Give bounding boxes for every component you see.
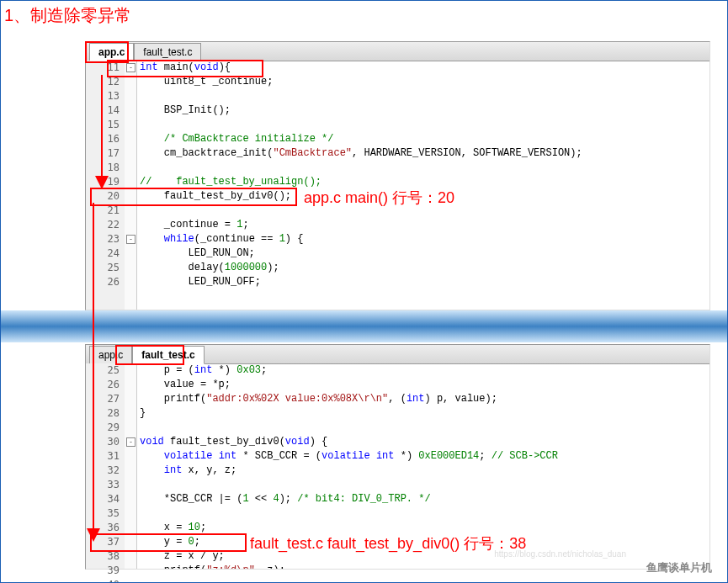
line-number: 15 bbox=[86, 118, 125, 132]
fold-col-bottom: - bbox=[125, 363, 137, 569]
line-number: 17 bbox=[86, 146, 125, 161]
line-number: 12 bbox=[86, 75, 125, 89]
gutter-bottom: 2526272829303132333435363738394041 bbox=[86, 363, 125, 569]
line-number: 20 bbox=[86, 189, 125, 204]
fold-col-top: -- bbox=[125, 61, 137, 310]
line-number: 26 bbox=[86, 275, 125, 289]
code-line[interactable]: LED_RUN_OFF; bbox=[136, 275, 709, 289]
code-line[interactable]: while(_continue == 1) { bbox=[136, 232, 709, 246]
line-number: 19 bbox=[86, 175, 125, 189]
watermark-text: 鱼鹰谈单片机 bbox=[646, 560, 712, 575]
code-line[interactable]: /* CmBacktrace initialize */ bbox=[136, 132, 709, 146]
code-line[interactable]: *SCB_CCR |= (1 << 4); /* bit4: DIV_0_TRP… bbox=[136, 492, 709, 506]
line-number: 33 bbox=[86, 478, 125, 492]
tab-app-c[interactable]: app.c bbox=[89, 43, 134, 61]
line-number: 34 bbox=[86, 492, 125, 506]
line-number: 25 bbox=[86, 363, 125, 378]
gutter-top: 11121314151617181920212223242526 bbox=[86, 61, 125, 310]
line-number: 31 bbox=[86, 449, 125, 464]
tab-app-c-bottom[interactable]: app.c bbox=[89, 346, 132, 364]
code-line[interactable] bbox=[136, 506, 709, 521]
line-number: 18 bbox=[86, 161, 125, 175]
watermark-url: https://blog.csdn.net/nicholas_duan bbox=[494, 549, 626, 559]
tab-fault-test-c[interactable]: fault_test.c bbox=[134, 43, 201, 61]
line-number: 39 bbox=[86, 564, 125, 578]
annotation-line-38: fault_test.c fault_test_by_div0() 行号：38 bbox=[250, 533, 526, 554]
fold-toggle[interactable]: - bbox=[126, 63, 136, 72]
code-line[interactable]: } bbox=[136, 406, 709, 421]
tab-bar-top: app.c fault_test.c bbox=[86, 42, 709, 61]
line-number: 30 bbox=[86, 435, 125, 449]
code-line[interactable] bbox=[136, 118, 709, 132]
code-line[interactable]: p = (int *) 0x03; bbox=[136, 363, 709, 378]
code-line[interactable]: cm_backtrace_init("CmBacktrace", HARDWAR… bbox=[136, 146, 709, 161]
line-number: 23 bbox=[86, 232, 125, 246]
code-line[interactable]: int x, y, z; bbox=[136, 464, 709, 478]
code-line[interactable] bbox=[136, 89, 709, 103]
line-number: 16 bbox=[86, 132, 125, 146]
line-number: 24 bbox=[86, 246, 125, 261]
line-number: 26 bbox=[86, 378, 125, 392]
code-area-top[interactable]: int main(void){ uint8_t _continue; BSP_I… bbox=[136, 61, 709, 310]
line-number: 22 bbox=[86, 218, 125, 232]
code-line[interactable]: BSP_Init(); bbox=[136, 103, 709, 118]
code-line[interactable]: uint8_t _continue; bbox=[136, 75, 709, 89]
line-number: 40 bbox=[86, 578, 125, 583]
line-number: 35 bbox=[86, 506, 125, 521]
fold-toggle[interactable]: - bbox=[126, 437, 136, 447]
annotation-line-20: app.c main() 行号：20 bbox=[304, 188, 454, 208]
code-line[interactable]: void fault_test_by_div0(void) { bbox=[136, 435, 709, 449]
code-line[interactable]: delay(1000000); bbox=[136, 261, 709, 275]
line-number: 29 bbox=[86, 421, 125, 435]
code-line[interactable]: printf("z:%d\n", z); bbox=[136, 564, 709, 569]
line-number: 14 bbox=[86, 103, 125, 118]
divider-bar bbox=[1, 310, 727, 342]
code-line[interactable]: int main(void){ bbox=[136, 61, 709, 75]
line-number: 36 bbox=[86, 521, 125, 535]
line-number: 13 bbox=[86, 89, 125, 103]
tab-bar-bottom: app.c fault_test.c bbox=[86, 345, 709, 364]
line-number: 37 bbox=[86, 535, 125, 549]
line-number: 21 bbox=[86, 204, 125, 218]
editor-top: app.c fault_test.c 111213141516171819202… bbox=[85, 41, 710, 310]
code-line[interactable]: LED_RUN_ON; bbox=[136, 246, 709, 261]
code-line[interactable]: volatile int * SCB_CCR = (volatile int *… bbox=[136, 449, 709, 464]
line-number: 25 bbox=[86, 261, 125, 275]
line-number: 38 bbox=[86, 549, 125, 564]
code-line[interactable]: value = *p; bbox=[136, 378, 709, 392]
line-number: 11 bbox=[86, 61, 125, 75]
line-number: 32 bbox=[86, 464, 125, 478]
code-line[interactable] bbox=[136, 478, 709, 492]
line-number: 27 bbox=[86, 392, 125, 406]
tab-fault-test-c-bottom[interactable]: fault_test.c bbox=[132, 346, 204, 364]
code-line[interactable]: _continue = 1; bbox=[136, 218, 709, 232]
code-line[interactable] bbox=[136, 161, 709, 175]
title-annotation: 1、制造除零异常 bbox=[4, 4, 131, 27]
code-line[interactable] bbox=[136, 421, 709, 435]
fold-toggle[interactable]: - bbox=[126, 235, 136, 244]
code-line[interactable]: printf("addr:0x%02X value:0x%08X\r\n", (… bbox=[136, 392, 709, 406]
line-number: 28 bbox=[86, 406, 125, 421]
